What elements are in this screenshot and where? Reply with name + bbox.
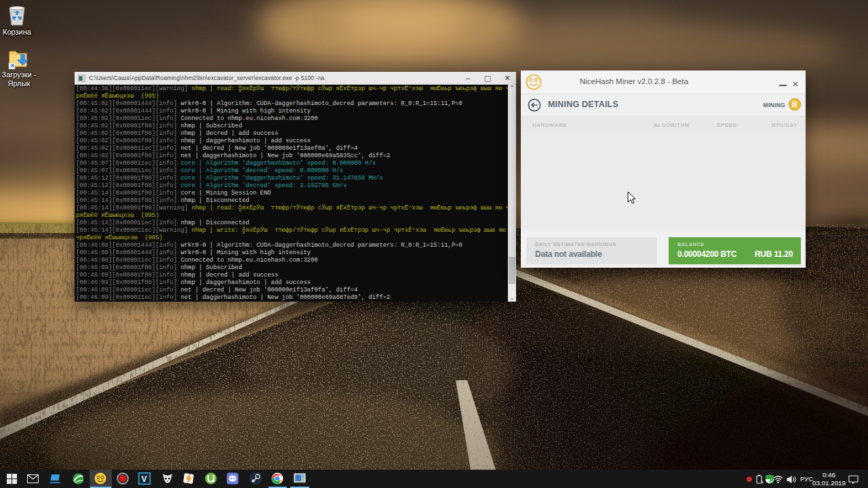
svg-text:B: B (529, 77, 533, 83)
svg-text:B: B (534, 77, 538, 83)
svg-text:V: V (142, 474, 147, 484)
svg-text:B: B (792, 101, 797, 108)
